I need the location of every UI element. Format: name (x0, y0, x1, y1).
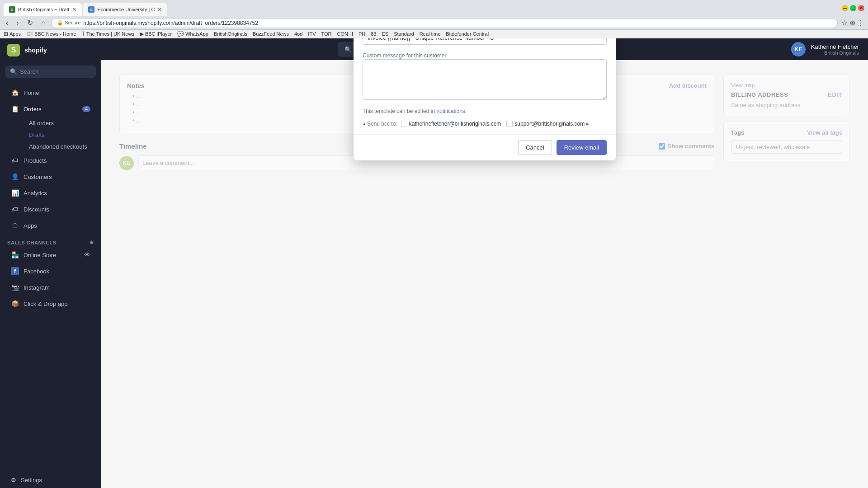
tab-close-2[interactable]: ✕ (157, 6, 162, 13)
view-all-tags: View all tags (807, 129, 842, 136)
sidebar-item-instagram[interactable]: 📷 Instagram (4, 280, 98, 295)
bookmark-83[interactable]: 83 (371, 31, 376, 37)
bookmark-4od[interactable]: 4od (294, 31, 302, 37)
url-text: https://british-originals.myshopify.com/… (83, 20, 258, 26)
sidebar-item-apps[interactable]: ⬡ Apps (4, 218, 98, 233)
products-icon: 🏷 (11, 156, 19, 164)
add-sales-channel-icon[interactable]: ⊕ (90, 239, 94, 245)
bcc-checkbox-1[interactable] (401, 121, 407, 127)
bookmark-britishoriginals[interactable]: BritishOriginals (214, 31, 247, 37)
sidebar-item-facebook[interactable]: f Facebook (4, 263, 98, 279)
sidebar: S shopify 🔍 Search 🏠 Home 📋 Orders 4 (0, 38, 101, 488)
tab-label-1: British Originals ~ Draft (18, 7, 69, 12)
view-map-link: View map (731, 82, 842, 89)
bookmark-ph[interactable]: PH (359, 31, 365, 37)
tab-label-2: Ecommerce University | C (97, 7, 155, 12)
tags-title: Tags View all tags (731, 129, 842, 136)
sidebar-item-home[interactable]: 🏠 Home (4, 85, 98, 100)
browser-tab-1[interactable]: S British Originals ~ Draft ✕ (4, 3, 82, 16)
nav-forward[interactable]: › (14, 18, 21, 28)
sidebar-item-online-store[interactable]: 🏪 Online Store 👁 (4, 247, 98, 263)
bookmark-whatsapp[interactable]: 💬 WhatsApp (177, 31, 208, 37)
bookmark-es[interactable]: ES (382, 31, 389, 37)
nav-home[interactable]: ⌂ (39, 18, 48, 28)
window-minimize[interactable]: — (842, 5, 848, 11)
bookmark-iplayer[interactable]: ▶ BBC iPlayer (140, 31, 172, 37)
bookmark-apps[interactable]: ⊞ Apps (4, 31, 21, 37)
click-drop-icon: 📦 (11, 300, 19, 308)
browser-chrome: S British Originals ~ Draft ✕ E Ecommerc… (0, 0, 868, 16)
bookmark-realtime[interactable]: Real time (420, 31, 440, 37)
notifications-link[interactable]: notifications (436, 108, 465, 114)
customers-icon: 👤 (11, 173, 19, 181)
subject-input[interactable] (363, 38, 607, 45)
apps-icon: ⊞ (4, 31, 8, 37)
bookmark-itv[interactable]: ITV (308, 31, 316, 37)
bcc-label: Send bcc to: (367, 121, 397, 127)
message-textarea[interactable] (363, 59, 607, 100)
browser-tabs: S British Originals ~ Draft ✕ E Ecommerc… (4, 0, 167, 16)
bcc-checkbox-2[interactable] (506, 121, 513, 127)
bookmark-con[interactable]: CON H (337, 31, 353, 37)
sidebar-item-orders[interactable]: 📋 Orders 4 (4, 101, 98, 117)
times-icon: T (81, 31, 85, 37)
analytics-icon: 📊 (11, 189, 19, 197)
message-group: Custom message for this customer (363, 51, 607, 102)
nav-back[interactable]: ‹ (4, 18, 10, 28)
bbc-icon: 📰 (26, 31, 33, 37)
app-layout: S shopify 🔍 Search 🏠 Home 📋 Orders 4 (0, 38, 868, 488)
message-label: Custom message for this customer (363, 52, 446, 59)
bookmark-buzzfeed[interactable]: BuzzFeed News (253, 31, 289, 37)
bookmark-times[interactable]: T The Times | UK News (81, 31, 134, 37)
sidebar-item-all-orders[interactable]: All orders (22, 117, 98, 129)
sidebar-search[interactable]: 🔍 Search (5, 66, 96, 78)
sidebar-item-customers[interactable]: 👤 Customers (4, 169, 98, 184)
right-column: View map BILLING ADDRESS Edit Same as sh… (723, 75, 850, 170)
online-store-eye-icon[interactable]: 👁 (84, 251, 90, 258)
bookmark-icon[interactable]: ☆ (841, 19, 848, 27)
menu-icon[interactable]: ⋮ (857, 19, 864, 27)
address-actions: ☆ ⊕ ⋮ (841, 19, 864, 27)
billing-section: View map BILLING ADDRESS Edit Same as sh… (723, 75, 850, 116)
facebook-icon: f (11, 267, 19, 275)
sales-channels-label: SALES CHANNELS ⊕ (0, 234, 101, 247)
sidebar-item-products[interactable]: 🏷 Products (4, 153, 98, 168)
apps-nav-icon: ⬡ (11, 221, 19, 230)
window-maximize[interactable]: □ (850, 5, 856, 11)
modal-body: to from Support@BritishOriginals.com ▾ (354, 38, 616, 134)
bookmark-bbc[interactable]: 📰 BBC News - Home (26, 31, 76, 37)
sidebar-item-settings[interactable]: ⚙ Settings (4, 473, 98, 487)
comment-avatar: KE (119, 156, 134, 170)
scroll-left-icon[interactable]: ◂ (363, 121, 365, 127)
bookmark-tor[interactable]: TOR (321, 31, 331, 37)
sidebar-item-analytics[interactable]: 📊 Analytics (4, 185, 98, 201)
extensions-icon[interactable]: ⊕ (849, 19, 855, 27)
sidebar-item-abandoned[interactable]: Abandoned checkouts (22, 141, 98, 152)
sidebar-item-click-drop[interactable]: 📦 Click & Drop app (4, 296, 98, 311)
discounts-icon: 🏷 (11, 205, 19, 213)
sidebar-header[interactable]: S shopify (0, 38, 101, 62)
browser-tab-2[interactable]: E Ecommerce University | C ✕ (83, 3, 167, 16)
sidebar-item-drafts[interactable]: Drafts (22, 129, 98, 141)
bcc-email-2: support@britishoriginals.com (514, 121, 585, 127)
orders-icon: 📋 (11, 105, 19, 113)
sidebar-item-discounts[interactable]: 🏷 Discounts (4, 202, 98, 217)
top-bar-right: KF Katherine Fletcher British Originals (791, 42, 859, 56)
tab-favicon-2: E (88, 6, 94, 13)
billing-edit: Edit (828, 91, 842, 98)
tab-close-1[interactable]: ✕ (72, 6, 76, 13)
bookmark-standard[interactable]: Standard (394, 31, 414, 37)
tab-favicon-1: S (9, 6, 15, 13)
scroll-right-icon[interactable]: ▸ (586, 121, 589, 127)
cancel-button[interactable]: Cancel (518, 140, 552, 155)
window-close[interactable]: ✕ (858, 5, 864, 11)
online-store-icon: 🏪 (11, 251, 19, 259)
user-avatar[interactable]: KF (791, 42, 806, 56)
nav-refresh[interactable]: ↻ (25, 18, 35, 28)
subject-group: Subject (363, 38, 607, 45)
send-invoice-modal: Send invoice ✕ to from (354, 38, 616, 160)
address-bar[interactable]: 🔒 Secure https://british-originals.mysho… (51, 18, 838, 28)
bookmark-bitdefender[interactable]: Bitdefender Central (446, 31, 489, 37)
search-bar-icon: 🔍 (344, 46, 352, 53)
review-email-button[interactable]: Review email (557, 140, 607, 155)
